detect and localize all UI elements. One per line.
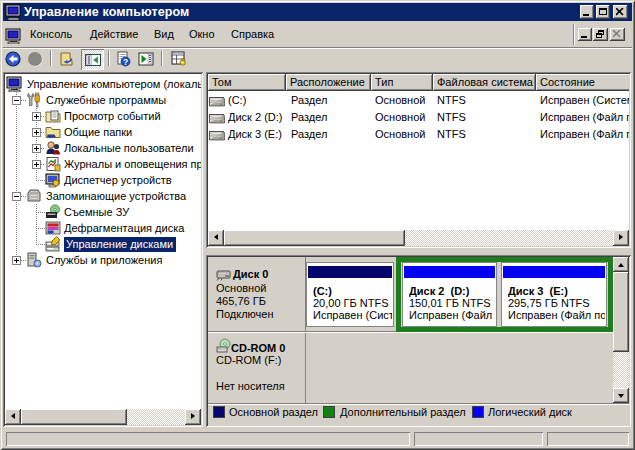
- svg-text:?: ?: [123, 57, 128, 67]
